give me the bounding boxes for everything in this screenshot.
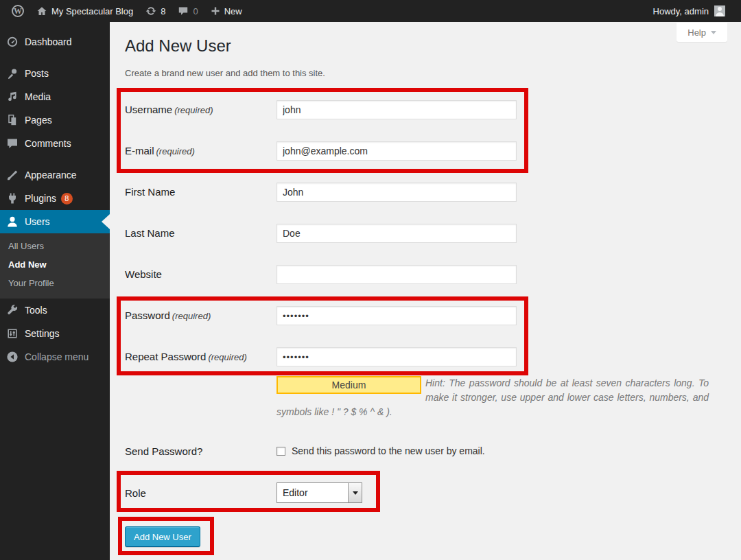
- posts-icon: [5, 67, 19, 80]
- pages-icon: [5, 113, 19, 127]
- sidebar-item-posts[interactable]: Posts: [0, 62, 110, 85]
- repeat-password-label: Repeat Password: [125, 351, 206, 362]
- password-strength-area: Medium Hint: The password should be at l…: [277, 376, 709, 419]
- sidebar-item-comments[interactable]: Comments: [0, 132, 110, 155]
- sidebar-item-pages[interactable]: Pages: [0, 108, 110, 132]
- help-button[interactable]: Help: [677, 23, 727, 42]
- role-selected-value: Editor: [277, 483, 348, 502]
- role-label: Role: [125, 487, 277, 499]
- plugins-icon: [5, 191, 19, 205]
- email-input[interactable]: [277, 141, 517, 161]
- required-note: (required): [208, 352, 246, 362]
- send-password-checkbox[interactable]: [277, 447, 285, 456]
- users-icon: [5, 215, 19, 229]
- wordpress-menu[interactable]: W: [5, 0, 30, 22]
- first-name-label: First Name: [125, 186, 175, 198]
- plus-icon: [211, 6, 220, 16]
- submenu-all-users[interactable]: All Users: [0, 237, 110, 255]
- website-row: Website: [125, 265, 727, 284]
- website-label: Website: [125, 268, 162, 280]
- last-name-row: Last Name: [125, 224, 727, 243]
- users-submenu: All Users Add New Your Profile: [0, 233, 110, 299]
- username-row: Username(required): [125, 100, 727, 119]
- admin-sidebar: Dashboard Posts Media Pages Comments: [0, 22, 110, 560]
- repeat-password-input[interactable]: [277, 347, 517, 366]
- role-select[interactable]: Editor: [277, 482, 362, 503]
- plugins-update-badge: 8: [61, 193, 73, 205]
- update-count: 8: [161, 6, 165, 16]
- send-password-option[interactable]: Send this password to the new user by em…: [277, 445, 485, 456]
- send-password-checkbox-label: Send this password to the new user by em…: [292, 445, 485, 456]
- add-user-form: Username(required) E-mail(required) Firs…: [125, 100, 727, 547]
- new-content-link[interactable]: New: [204, 0, 248, 22]
- select-caret-icon: [353, 491, 358, 495]
- last-name-input[interactable]: [277, 224, 517, 243]
- comments-bubble-icon: [178, 5, 189, 16]
- help-caret-icon: [711, 31, 716, 34]
- sidebar-item-media[interactable]: Media: [0, 85, 110, 108]
- username-input[interactable]: [277, 100, 517, 119]
- sidebar-item-tools[interactable]: Tools: [0, 299, 110, 322]
- password-row: Password(required): [125, 306, 727, 325]
- sidebar-item-dashboard[interactable]: Dashboard: [0, 30, 110, 54]
- add-new-user-button[interactable]: Add New User: [125, 526, 200, 547]
- page-title: Add New User: [125, 36, 727, 56]
- updates-link[interactable]: 8: [139, 0, 172, 22]
- required-note: (required): [174, 105, 213, 115]
- email-row: E-mail(required): [125, 141, 727, 161]
- sidebar-item-collapse-menu[interactable]: Collapse menu: [0, 345, 110, 369]
- sidebar-item-users[interactable]: Users: [0, 210, 110, 233]
- password-label: Password: [125, 310, 170, 321]
- dashboard-icon: [5, 35, 19, 49]
- site-name-link[interactable]: My Spectacular Blog: [30, 0, 139, 22]
- role-row: Role Editor: [125, 482, 727, 503]
- site-name: My Spectacular Blog: [51, 6, 133, 16]
- settings-icon: [5, 327, 19, 340]
- sidebar-item-plugins[interactable]: Plugins 8: [0, 187, 110, 210]
- last-name-label: Last Name: [125, 227, 175, 239]
- sidebar-item-settings[interactable]: Settings: [0, 322, 110, 345]
- sidebar-item-appearance[interactable]: Appearance: [0, 163, 110, 187]
- updates-icon: [145, 5, 156, 16]
- page-subtitle: Create a brand new user and add them to …: [125, 67, 727, 79]
- first-name-input[interactable]: [277, 183, 517, 202]
- required-note: (required): [172, 311, 211, 321]
- submenu-add-new[interactable]: Add New: [0, 255, 110, 274]
- home-icon: [36, 5, 47, 16]
- wordpress-logo-icon: W: [12, 5, 24, 17]
- email-label: E-mail: [125, 145, 154, 156]
- collapse-icon: [5, 350, 19, 364]
- comments-link[interactable]: 0: [172, 0, 204, 22]
- tools-icon: [5, 303, 19, 317]
- send-password-row: Send Password? Send this password to the…: [125, 444, 727, 458]
- required-note: (required): [156, 146, 195, 156]
- avatar: [714, 5, 725, 16]
- comments-icon: [5, 137, 19, 150]
- username-label: Username: [125, 104, 172, 115]
- media-icon: [5, 90, 19, 104]
- send-password-label: Send Password?: [125, 445, 277, 457]
- first-name-row: First Name: [125, 183, 727, 202]
- admin-top-bar: W My Spectacular Blog 8 0 New Howdy, adm…: [0, 0, 741, 22]
- main-content: Help Add New User Create a brand new use…: [110, 22, 741, 560]
- appearance-icon: [5, 168, 19, 182]
- submenu-your-profile[interactable]: Your Profile: [0, 274, 110, 292]
- howdy-text: Howdy, admin: [653, 6, 709, 16]
- repeat-password-row: Repeat Password(required): [125, 347, 727, 366]
- account-menu[interactable]: Howdy, admin: [647, 0, 731, 22]
- select-dropdown-button[interactable]: [348, 483, 362, 502]
- comment-count: 0: [193, 6, 198, 16]
- new-label: New: [224, 6, 242, 16]
- website-input[interactable]: [277, 265, 517, 284]
- password-strength-meter: Medium: [277, 376, 421, 394]
- password-input[interactable]: [277, 306, 517, 325]
